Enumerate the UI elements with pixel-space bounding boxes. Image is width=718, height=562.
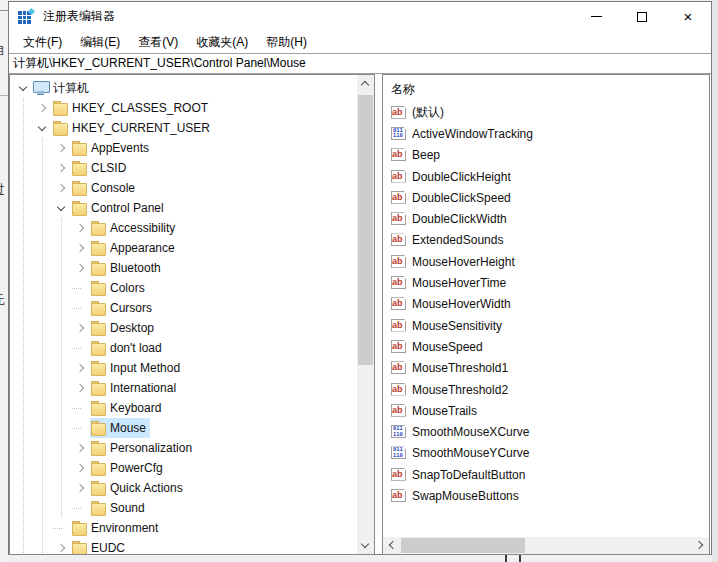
value-row--默认-[interactable]: ab(默认) [391, 102, 709, 123]
tree-item-powercfg[interactable]: PowerCfg [10, 458, 357, 478]
reg-sz-icon: ab [391, 233, 407, 247]
menu-view[interactable]: 查看(V) [129, 31, 187, 53]
value-row-doubleclickwidth[interactable]: abDoubleClickWidth [391, 208, 709, 229]
tree-item-personalization[interactable]: Personalization [10, 438, 357, 458]
value-row-doubleclickspeed[interactable]: abDoubleClickSpeed [391, 187, 709, 208]
tree-item-keyboard[interactable]: Keyboard [10, 398, 357, 418]
reg-binary-icon: 011110 [391, 425, 407, 439]
tree-indent-guide [15, 118, 34, 138]
value-name-label: DoubleClickWidth [412, 212, 507, 226]
chevron-collapsed-icon[interactable] [72, 258, 90, 278]
address-bar[interactable]: 计算机\HKEY_CURRENT_USER\Control Panel\Mous… [9, 53, 711, 74]
chevron-collapsed-icon[interactable] [72, 378, 90, 398]
tree-item-accessibility[interactable]: Accessibility [10, 218, 357, 238]
value-row-mousethreshold2[interactable]: abMouseThreshold2 [391, 379, 709, 400]
tree-item-console[interactable]: Console [10, 178, 357, 198]
tree-indent-guide [34, 278, 53, 298]
tree-indent-guide [34, 478, 53, 498]
tree-item-desktop[interactable]: Desktop [10, 318, 357, 338]
tree-item-quick-actions[interactable]: Quick Actions [10, 478, 357, 498]
maximize-button[interactable] [619, 2, 665, 31]
value-row-mousesensitivity[interactable]: abMouseSensitivity [391, 315, 709, 336]
chevron-collapsed-icon[interactable] [72, 458, 90, 478]
tree-item-don-t-load[interactable]: don't load [10, 338, 357, 358]
tree-indent-guide [15, 218, 34, 238]
scroll-up-button[interactable] [357, 75, 374, 92]
value-row-swapmousebuttons[interactable]: abSwapMouseButtons [391, 485, 709, 506]
tree-item-label: Cursors [109, 301, 152, 315]
tree-item-cursors[interactable]: Cursors [10, 298, 357, 318]
scroll-right-button[interactable] [692, 537, 709, 554]
tree-item-appearance[interactable]: Appearance [10, 238, 357, 258]
tree-indent-guide [15, 258, 34, 278]
value-row-mousehovertime[interactable]: abMouseHoverTime [391, 272, 709, 293]
chevron-collapsed-icon[interactable] [53, 538, 71, 555]
tree-indent-guide [34, 498, 53, 518]
scroll-down-button[interactable] [357, 537, 374, 554]
tree-indent-guide [15, 238, 34, 258]
chevron-collapsed-icon[interactable] [53, 178, 71, 198]
tree-item-clsid[interactable]: CLSID [10, 158, 357, 178]
tree-item-eudc[interactable]: EUDC [10, 538, 357, 555]
tree-item-environment[interactable]: Environment [10, 518, 357, 538]
tree-item-bluetooth[interactable]: Bluetooth [10, 258, 357, 278]
tree-item-mouse[interactable]: Mouse [10, 418, 357, 438]
chevron-collapsed-icon[interactable] [72, 358, 90, 378]
value-row-extendedsounds[interactable]: abExtendedSounds [391, 230, 709, 251]
title-bar[interactable]: 注册表编辑器 × [9, 2, 711, 31]
tree-vertical-scrollbar[interactable] [357, 75, 374, 554]
main-area: 计算机HKEY_CLASSES_ROOTHKEY_CURRENT_USERApp… [9, 74, 711, 554]
chevron-collapsed-icon[interactable] [72, 218, 90, 238]
chevron-collapsed-icon[interactable] [53, 138, 71, 158]
column-header-name[interactable]: 名称 [383, 75, 709, 102]
scrollbar-thumb[interactable] [358, 95, 373, 365]
tree-item-colors[interactable]: Colors [10, 278, 357, 298]
value-name-label: DoubleClickSpeed [412, 191, 511, 205]
chevron-collapsed-icon[interactable] [72, 438, 90, 458]
menu-edit[interactable]: 编辑(E) [71, 31, 129, 53]
close-button[interactable]: × [665, 2, 711, 31]
value-row-mousehoverwidth[interactable]: abMouseHoverWidth [391, 294, 709, 315]
tree-indent-guide [15, 418, 34, 438]
tree-item-hkey-classes-root[interactable]: HKEY_CLASSES_ROOT [10, 98, 357, 118]
value-row-mousethreshold1[interactable]: abMouseThreshold1 [391, 358, 709, 379]
chevron-collapsed-icon[interactable] [72, 238, 90, 258]
tree-item-sound[interactable]: Sound [10, 498, 357, 518]
tree-indent-guide [53, 218, 72, 238]
menu-file[interactable]: 文件(F) [14, 31, 71, 53]
chevron-expanded-icon[interactable] [53, 198, 71, 218]
value-row-mousetrails[interactable]: abMouseTrails [391, 400, 709, 421]
value-row-smoothmousexcurve[interactable]: 011110SmoothMouseXCurve [391, 421, 709, 442]
tree-item-label: Keyboard [109, 401, 161, 415]
value-row-snaptodefaultbutton[interactable]: abSnapToDefaultButton [391, 464, 709, 485]
chevron-expanded-icon[interactable] [15, 78, 33, 98]
tree-item-计算机[interactable]: 计算机 [10, 78, 357, 98]
value-row-smoothmouseycurve[interactable]: 011110SmoothMouseYCurve [391, 443, 709, 464]
scrollbar-thumb[interactable] [401, 538, 525, 553]
value-row-beep[interactable]: abBeep [391, 145, 709, 166]
tree-item-control-panel[interactable]: Control Panel [10, 198, 357, 218]
tree-item-input-method[interactable]: Input Method [10, 358, 357, 378]
menu-help[interactable]: 帮助(H) [257, 31, 316, 53]
tree-item-international[interactable]: International [10, 378, 357, 398]
minimize-button[interactable] [573, 2, 619, 31]
chevron-collapsed-icon[interactable] [34, 98, 52, 118]
chevron-collapsed-icon[interactable] [53, 158, 71, 178]
chevron-collapsed-icon[interactable] [72, 478, 90, 498]
scroll-left-button[interactable] [383, 537, 400, 554]
value-name-label: DoubleClickHeight [412, 170, 511, 184]
value-row-mousehoverheight[interactable]: abMouseHoverHeight [391, 251, 709, 272]
tree-indent-guide [34, 318, 53, 338]
value-row-doubleclickheight[interactable]: abDoubleClickHeight [391, 166, 709, 187]
background-text-fragment: 自 [0, 41, 8, 59]
tree-indent-guide [34, 238, 53, 258]
values-horizontal-scrollbar[interactable] [383, 537, 709, 554]
tree-item-hkey-current-user[interactable]: HKEY_CURRENT_USER [10, 118, 357, 138]
value-row-activewindowtracking[interactable]: 011110ActiveWindowTracking [391, 123, 709, 144]
reg-sz-icon: ab [391, 170, 407, 184]
chevron-collapsed-icon[interactable] [72, 318, 90, 338]
chevron-expanded-icon[interactable] [34, 118, 52, 138]
value-row-mousespeed[interactable]: abMouseSpeed [391, 336, 709, 357]
menu-favorites[interactable]: 收藏夹(A) [187, 31, 257, 53]
tree-item-appevents[interactable]: AppEvents [10, 138, 357, 158]
